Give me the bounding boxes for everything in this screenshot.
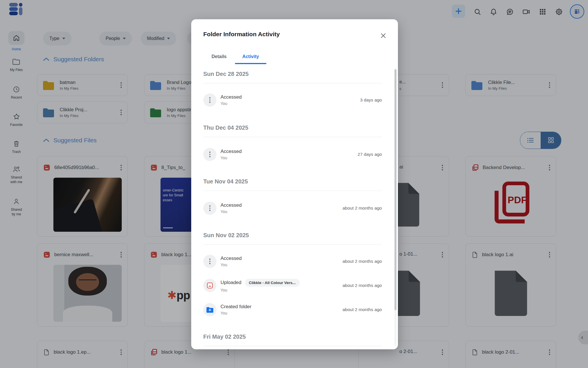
- three-dots-icon: [209, 204, 211, 212]
- activity-actor: You: [220, 209, 242, 214]
- divider: [203, 244, 382, 245]
- divider: [203, 83, 382, 83]
- activity-avatar[interactable]: [203, 255, 216, 268]
- image-file-icon: [206, 282, 213, 289]
- activity-action: Uploaded: [220, 280, 241, 285]
- folder-info-modal: Folder Information Activity Details Acti…: [191, 19, 398, 349]
- activity-time: about 2 months ago: [343, 307, 382, 312]
- activity-avatar[interactable]: [203, 279, 216, 292]
- close-button[interactable]: [378, 31, 388, 41]
- divider: [203, 346, 382, 346]
- activity-actor: You: [220, 288, 300, 292]
- three-dots-icon: [209, 151, 211, 158]
- divider: [203, 137, 382, 137]
- three-dots-icon: [209, 96, 211, 104]
- tab-activity[interactable]: Activity: [235, 50, 266, 63]
- close-icon: [380, 32, 386, 39]
- activity-avatar[interactable]: [203, 303, 216, 316]
- activity-avatar[interactable]: [203, 93, 216, 107]
- scrollbar-thumb[interactable]: [394, 69, 396, 310]
- modal-tabs: Details Activity: [203, 50, 266, 63]
- activity-row: Accessed You 27 days ago: [203, 145, 382, 164]
- activity-action: Accessed: [220, 149, 242, 154]
- activity-date: Fri May 02 2025: [203, 333, 382, 341]
- activity-time: about 2 months ago: [343, 259, 382, 264]
- activity-date: Thu Dec 04 2025: [203, 124, 382, 132]
- active-tab-indicator: [235, 63, 266, 64]
- activity-actor: You: [220, 311, 252, 315]
- three-dots-icon: [209, 258, 211, 265]
- activity-action: Accessed: [220, 202, 242, 208]
- activity-date: Sun Dec 28 2025: [203, 70, 382, 78]
- activity-actor: You: [220, 262, 242, 267]
- activity-action: Created folder: [220, 304, 252, 310]
- activity-actor: You: [220, 101, 242, 106]
- activity-actor: You: [220, 156, 242, 160]
- activity-row: Accessed You 3 days ago: [203, 91, 382, 109]
- activity-date: Sun Nov 02 2025: [203, 231, 382, 239]
- activity-row: Accessed You about 2 months ago: [203, 252, 382, 271]
- activity-list: Sun Dec 28 2025 Accessed You 3 days ago …: [203, 68, 382, 346]
- app-window: Home My Files Recent Favorite Trash Shar…: [0, 0, 588, 368]
- activity-time: 27 days ago: [358, 152, 382, 157]
- activity-time: about 2 months ago: [343, 206, 382, 211]
- tab-details[interactable]: Details: [203, 50, 235, 63]
- modal-title: Folder Information Activity: [203, 31, 280, 38]
- activity-row: Accessed You about 2 months ago: [203, 199, 382, 217]
- activity-row: Uploaded Clikkle - All Colour Vers... Yo…: [203, 276, 382, 295]
- activity-action: Accessed: [220, 256, 242, 261]
- activity-action: Accessed: [220, 94, 242, 100]
- activity-row: Created folder You about 2 months ago: [203, 300, 382, 319]
- activity-avatar[interactable]: [203, 148, 216, 161]
- activity-date: Tue Nov 04 2025: [203, 177, 382, 185]
- file-chip[interactable]: Clikkle - All Colour Vers...: [245, 279, 300, 287]
- divider: [203, 191, 382, 191]
- activity-time: 3 days ago: [360, 97, 382, 103]
- folder-plus-icon: [206, 307, 214, 313]
- activity-avatar[interactable]: [203, 202, 216, 215]
- modal-scrollbar[interactable]: [394, 68, 396, 346]
- activity-time: about 2 months ago: [343, 283, 382, 288]
